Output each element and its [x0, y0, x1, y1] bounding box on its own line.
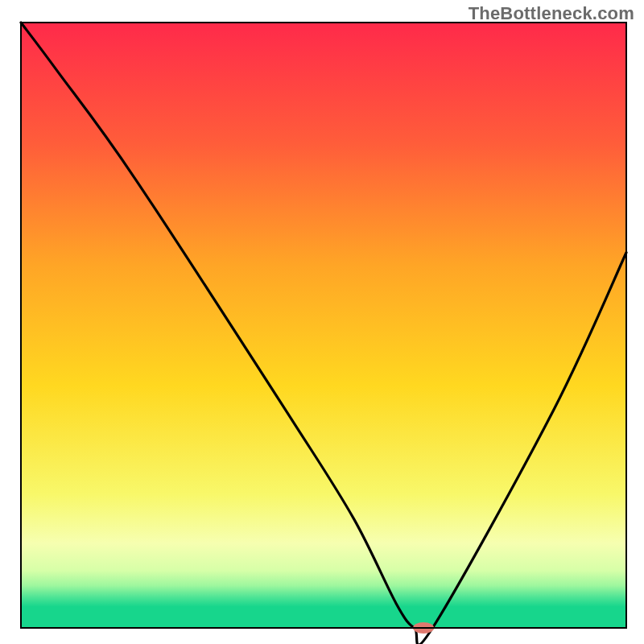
- chart-stage: TheBottleneck.com: [0, 0, 644, 644]
- watermark-label: TheBottleneck.com: [469, 3, 634, 24]
- bottleneck-chart: [0, 0, 644, 644]
- plot-background: [21, 23, 626, 628]
